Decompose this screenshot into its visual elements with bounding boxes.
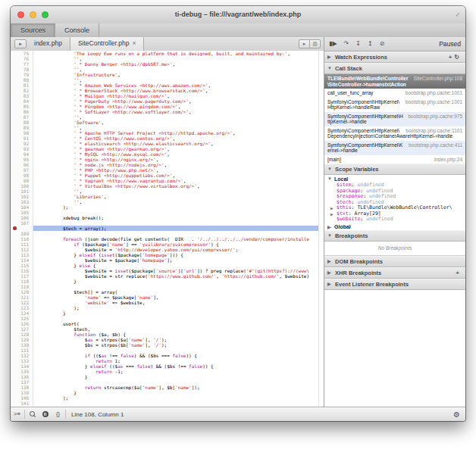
code-line[interactable]: 103 '', — [11, 199, 324, 204]
line-number-gutter[interactable]: 102 — [11, 194, 33, 199]
line-number-gutter[interactable]: 105 — [11, 210, 33, 215]
line-number-gutter[interactable]: 93 — [11, 146, 33, 151]
line-number-gutter[interactable]: 88 — [11, 120, 33, 125]
disable-breakpoints-button[interactable]: ⊘ — [380, 38, 385, 50]
scope-variable-row[interactable]: $website: undefined — [324, 217, 465, 223]
gear-icon[interactable]: ⚙ — [453, 410, 460, 419]
code-line[interactable]: 110 foreach (json_decode(file_get_conten… — [11, 236, 324, 242]
line-number-gutter[interactable]: 139 — [11, 390, 33, 395]
line-number-gutter[interactable]: 111 — [11, 242, 33, 247]
line-number-gutter[interactable]: 96 — [11, 162, 33, 167]
code-line[interactable]: 141 — [11, 401, 324, 406]
line-number-gutter[interactable]: 131 — [11, 348, 33, 353]
code-line[interactable]: 117 $website = str_replace('https://www.… — [11, 273, 324, 279]
scope-variable-row[interactable]: ▶$txt: Array[29] — [324, 211, 465, 217]
code-line[interactable]: 137 — [11, 379, 324, 385]
line-number-gutter[interactable]: 134 — [11, 363, 33, 369]
close-tab-icon[interactable]: × — [132, 39, 136, 47]
line-number-gutter[interactable]: 133 — [11, 358, 33, 363]
code-line[interactable]: 98 ' * Puppet <http://puppetlabs.com/>', — [11, 173, 324, 178]
code-line[interactable]: 99 ' * Vagrant <http://www.vagrantup.com… — [11, 178, 324, 183]
line-number-gutter[interactable]: 86 — [11, 109, 33, 114]
zoom-window-button[interactable] — [42, 11, 49, 18]
line-number-gutter[interactable]: 125 — [11, 316, 33, 321]
code-line[interactable]: 127 $tech, — [11, 326, 324, 332]
scope-group-local[interactable]: ▼ Local — [324, 175, 465, 182]
line-number-gutter[interactable]: 76 — [11, 56, 33, 61]
line-number-gutter[interactable]: 127 — [11, 326, 33, 332]
line-number-gutter[interactable]: 91 — [11, 136, 33, 141]
call-stack-frame[interactable]: bootstrap.php.cache:1001Symfony\Componen… — [324, 98, 465, 112]
code-line[interactable]: 123 ); — [11, 305, 324, 310]
line-number-gutter[interactable]: 129 — [11, 337, 33, 342]
code-line[interactable]: 134 } elseif (($as === false) && ($bs !=… — [11, 363, 324, 369]
call-stack-frame[interactable]: SiteController.php:108TLE\Bundle\WebBund… — [324, 74, 465, 89]
resume-button[interactable]: ▮▶ — [329, 38, 337, 50]
line-number-gutter[interactable]: 78 — [11, 67, 33, 72]
call-stack-frame[interactable]: bootstrap.php.cache:975Symfony\Component… — [324, 112, 465, 126]
columns-icon[interactable]: ▥ — [309, 39, 321, 48]
tab-sources[interactable]: Sources — [11, 23, 55, 37]
tab-sitecontroller-php[interactable]: SiteController.php× — [70, 37, 145, 51]
code-editor[interactable]: 75 'The Loopy Ewe runs on a platform tha… — [11, 51, 324, 407]
section-dom-breakpoints[interactable]: ▶ DOM Breakpoints — [324, 256, 465, 267]
chevron-right-icon[interactable]: ▶ — [330, 211, 334, 217]
code-line[interactable]: 79 'Infrastructure', — [11, 72, 324, 77]
line-number-gutter[interactable]: 119 — [11, 284, 33, 289]
line-number-gutter[interactable]: 117 — [11, 273, 33, 279]
code-line[interactable]: 89 '', — [11, 125, 324, 130]
code-line[interactable]: 106 xdebug_break(); — [11, 215, 324, 220]
code-line[interactable]: 121 'name' => $package['name'], — [11, 295, 324, 300]
code-line[interactable]: 77 ' * Danny Berger <http://dpb587.me>', — [11, 61, 324, 67]
code-line[interactable]: 133 return 1; — [11, 358, 324, 363]
code-line[interactable]: 95 ' * nginx <http://nginx.org/>', — [11, 157, 324, 162]
code-line[interactable]: 76 '', — [11, 56, 324, 61]
editor-scrollbar[interactable] — [318, 51, 324, 407]
step-over-button[interactable]: ↷ — [344, 38, 349, 50]
call-stack-frame[interactable]: bootstrap.php.cache:1001call_user_func_a… — [324, 89, 465, 98]
line-number-gutter[interactable]: 80 — [11, 77, 33, 83]
search-icon[interactable] — [26, 407, 39, 421]
line-number-gutter[interactable]: 118 — [11, 279, 33, 284]
title-bar[interactable]: ti-debug – file:///vagrant/web/index.php… — [11, 6, 465, 24]
line-number-gutter[interactable]: 109 — [11, 231, 33, 236]
line-number-gutter[interactable]: 122 — [11, 300, 33, 305]
step-out-button[interactable]: ↥ — [368, 38, 373, 50]
line-number-gutter[interactable]: 120 — [11, 289, 33, 295]
line-number-gutter[interactable]: 124 — [11, 310, 33, 316]
code-line[interactable]: 97 ' * PHP <http://www.php.net/>', — [11, 167, 324, 173]
line-number-gutter[interactable]: 136 — [11, 374, 33, 379]
code-line[interactable]: 81 ' * Amazon Web Services <http://aws.a… — [11, 83, 324, 88]
line-number-gutter[interactable]: 97 — [11, 167, 33, 173]
code-line[interactable]: 114 $website = $package['homepage']; — [11, 257, 324, 263]
scope-variable-row[interactable]: $tech: undefined — [324, 200, 465, 206]
console-toggle-icon[interactable]: >≡ — [11, 407, 23, 421]
code-line[interactable]: 124 } — [11, 310, 324, 316]
code-line[interactable]: 136 } — [11, 374, 324, 379]
line-number-gutter[interactable]: 135 — [11, 369, 33, 374]
line-number-gutter[interactable]: 83 — [11, 93, 33, 98]
line-number-gutter[interactable]: 90 — [11, 130, 33, 136]
line-number-gutter[interactable]: 138 — [11, 385, 33, 390]
line-number-gutter[interactable]: 94 — [11, 151, 33, 157]
code-line[interactable]: 116 $website = isset($package['source'][… — [11, 268, 324, 273]
code-line[interactable]: 86 ' * SoftLayer <http://www.softlayer.c… — [11, 109, 324, 114]
section-scope-variables[interactable]: ▼ Scope Variables — [324, 164, 465, 175]
code-line[interactable]: 109 — [11, 231, 324, 236]
line-number-gutter[interactable]: 110 — [11, 236, 33, 242]
close-window-button[interactable] — [17, 11, 24, 18]
line-number-gutter[interactable]: 101 — [11, 189, 33, 194]
line-number-gutter[interactable]: 137 — [11, 379, 33, 385]
line-number-gutter[interactable]: 89 — [11, 125, 33, 130]
tab-index-php[interactable]: index.php — [27, 37, 70, 51]
line-number-gutter[interactable]: 95 — [11, 157, 33, 162]
code-line[interactable]: 135 return -1; — [11, 369, 324, 374]
section-call-stack[interactable]: ▼ Call Stack — [324, 63, 465, 74]
code-line[interactable]: 131 — [11, 348, 324, 353]
code-line[interactable]: 84 ' * PagerDuty <http://www.pagerduty.c… — [11, 98, 324, 104]
tab-overflow-icon[interactable]: ▸ — [299, 39, 309, 48]
code-line[interactable]: 83 ' * Mailgun <http://mailgun.com/>', — [11, 93, 324, 98]
call-stack-frame[interactable]: index.php:24[main] — [324, 155, 465, 164]
code-line[interactable]: 111 if ($package['name'] == 'yuilibrary/… — [11, 242, 324, 247]
line-number-gutter[interactable]: 75 — [11, 51, 33, 56]
